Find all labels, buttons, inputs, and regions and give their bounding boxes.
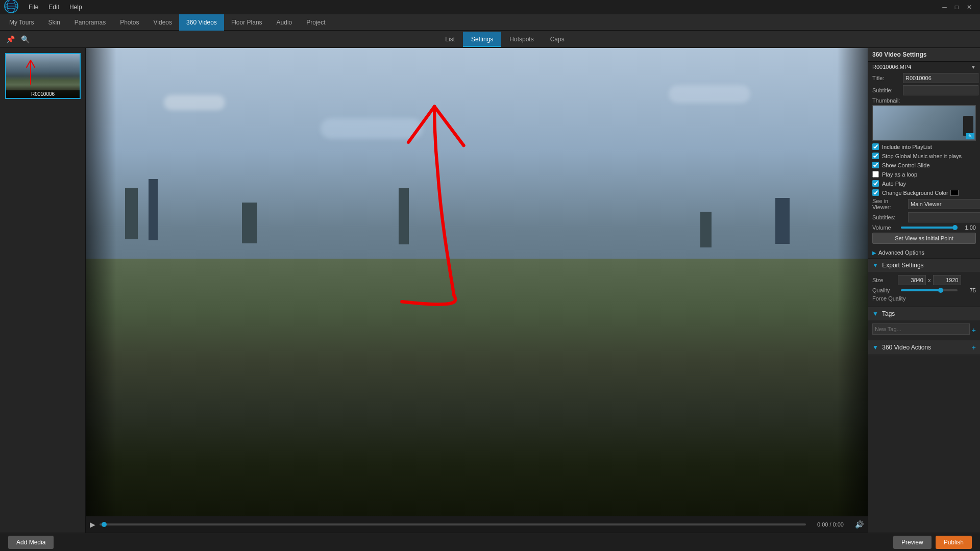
thumbnail-label: Thumbnail: — [872, 97, 976, 104]
checkbox-autoplay: Auto Play — [872, 180, 976, 187]
see-in-viewer-row: See in Viewer: ▶ — [872, 198, 976, 210]
actions-header[interactable]: ▼ 360 Video Actions + — [868, 340, 980, 355]
playlist-label[interactable]: Include into PlayList — [882, 144, 932, 150]
changebg-checkbox[interactable] — [872, 189, 879, 196]
progress-bar[interactable] — [100, 523, 806, 525]
subtabs: List Settings Hotspots Caps — [348, 31, 663, 47]
changebg-label[interactable]: Change Background Color — [882, 190, 948, 196]
volume-label: Volume — [872, 224, 898, 231]
export-settings-content: Size x Quality 75 For — [868, 272, 980, 307]
sub-tab-hotspots[interactable]: Hotspots — [501, 32, 542, 47]
sub-tab-settings[interactable]: Settings — [463, 32, 501, 47]
tag-add-icon[interactable]: + — [972, 326, 976, 334]
see-in-label: See in Viewer: — [872, 198, 908, 210]
autoplay-checkbox[interactable] — [872, 180, 879, 187]
nav-tab-panoramas[interactable]: Panoramas — [67, 14, 113, 31]
export-settings-label: Export Settings — [882, 262, 923, 269]
panel-title: 360 Video Settings — [872, 51, 926, 58]
quality-label: Quality — [872, 287, 898, 293]
window-restore[interactable]: □ — [951, 4, 963, 11]
subtitle-field-row: Subtitle: — [872, 85, 976, 95]
quality-value: 75 — [961, 287, 976, 293]
export-settings-header[interactable]: ▼ Export Settings — [868, 259, 980, 272]
export-size-row: Size x — [872, 275, 976, 285]
pin-tool-button[interactable]: 📌 — [3, 33, 18, 45]
advanced-options-toggle[interactable]: ▶ Advanced Options — [868, 247, 980, 258]
actions-add-icon[interactable]: + — [972, 343, 976, 352]
size-label: Size — [872, 277, 898, 283]
bg-color-swatch[interactable] — [950, 190, 959, 196]
svg-point-0 — [5, 0, 18, 13]
export-height-input[interactable] — [933, 275, 961, 285]
force-quality-label: Force Quality — [872, 295, 905, 302]
advanced-chevron-icon: ▶ — [872, 250, 876, 256]
menu-item-edit[interactable]: Edit — [43, 0, 64, 14]
preview-button[interactable]: Preview — [893, 536, 932, 549]
nav-tab-skin[interactable]: Skin — [41, 14, 67, 31]
nav-tab-videos[interactable]: Videos — [146, 14, 179, 31]
subtitles-input[interactable] — [908, 212, 980, 222]
bottom-right-actions: Preview Publish — [893, 536, 972, 549]
stopmusic-checkbox[interactable] — [872, 153, 879, 159]
force-quality-row: Force Quality — [872, 295, 976, 302]
controlslide-checkbox[interactable] — [872, 162, 879, 168]
file-name-row: R0010006.MP4 ▼ — [868, 62, 980, 72]
file-dropdown-icon[interactable]: ▼ — [971, 64, 976, 70]
playlist-checkbox[interactable] — [872, 143, 879, 150]
checkbox-stopmusic: Stop Global Music when it plays — [872, 152, 976, 160]
title-label: Title: — [872, 75, 903, 81]
autoplay-label[interactable]: Auto Play — [882, 181, 906, 187]
tags-input[interactable] — [872, 323, 970, 335]
sub-tab-caps[interactable]: Caps — [542, 32, 573, 47]
menu-item-file[interactable]: File — [23, 0, 43, 14]
time-display: 0:00 / 0:00 — [810, 521, 851, 528]
nav-tab-photos[interactable]: Photos — [113, 14, 146, 31]
advanced-options-section: ▶ Advanced Options — [868, 247, 980, 259]
playasloop-label[interactable]: Play as a loop — [882, 171, 917, 178]
tags-collapse-icon: ▼ — [872, 310, 878, 317]
video-controls: ▶ 0:00 / 0:00 🔊 — [86, 516, 868, 533]
menu-item-help[interactable]: Help — [64, 0, 87, 14]
checkbox-controlslide: Show Control Slide — [872, 161, 976, 169]
actions-section: ▼ 360 Video Actions + — [868, 340, 980, 355]
window-minimize[interactable]: ─ — [938, 4, 951, 11]
title-input[interactable] — [903, 73, 978, 83]
title-field-row: Title: — [872, 73, 976, 83]
nav-tab-my-tours[interactable]: My Tours — [2, 14, 41, 31]
set-view-button[interactable]: Set View as Initial Point — [872, 233, 976, 244]
window-close[interactable]: ✕ — [963, 4, 976, 11]
volume-slider[interactable] — [901, 227, 958, 229]
toolbar: 📌 🔍 List Settings Hotspots Caps — [0, 31, 980, 48]
play-button[interactable]: ▶ — [90, 520, 95, 529]
subtitles-label: Subtitles: — [872, 214, 908, 220]
nav-tab-360videos[interactable]: 360 Videos — [179, 14, 224, 31]
nav-tab-audio[interactable]: Audio — [270, 14, 300, 31]
tags-header[interactable]: ▼ Tags — [868, 307, 980, 320]
controlslide-label[interactable]: Show Control Slide — [882, 162, 930, 168]
add-media-button[interactable]: Add Media — [8, 536, 54, 549]
nav-tab-floorplans[interactable]: Floor Plans — [224, 14, 270, 31]
nav-tab-project[interactable]: Project — [299, 14, 332, 31]
right-panel: 360 Video Settings R0010006.MP4 ▼ Title:… — [868, 48, 980, 533]
see-in-input[interactable] — [908, 199, 980, 209]
export-width-input[interactable] — [898, 275, 926, 285]
stopmusic-label[interactable]: Stop Global Music when it plays — [882, 153, 962, 159]
checkbox-playasloop: Play as a loop — [872, 170, 976, 178]
bottom-bar: Add Media Preview Publish — [0, 533, 980, 551]
subtitle-input[interactable] — [903, 85, 978, 95]
export-collapse-icon: ▼ — [872, 262, 878, 269]
progress-dot[interactable] — [102, 522, 107, 527]
actions-label: 360 Video Actions — [882, 344, 931, 351]
volume-button[interactable]: 🔊 — [855, 520, 864, 529]
quality-slider[interactable] — [901, 289, 958, 291]
video-area[interactable] — [86, 48, 868, 516]
playasloop-checkbox[interactable] — [872, 171, 879, 178]
media-thumbnail-item[interactable]: R0010006 — [5, 53, 81, 99]
tags-content: + — [868, 320, 980, 340]
thumbnail-edit-icon[interactable]: ✎ — [966, 133, 974, 139]
search-button[interactable]: 🔍 — [18, 33, 33, 45]
export-settings-section: ▼ Export Settings Size x Quality — [868, 259, 980, 307]
publish-button[interactable]: Publish — [936, 536, 972, 549]
checkbox-changebg: Change Background Color — [872, 189, 976, 196]
sub-tab-list[interactable]: List — [437, 32, 463, 47]
